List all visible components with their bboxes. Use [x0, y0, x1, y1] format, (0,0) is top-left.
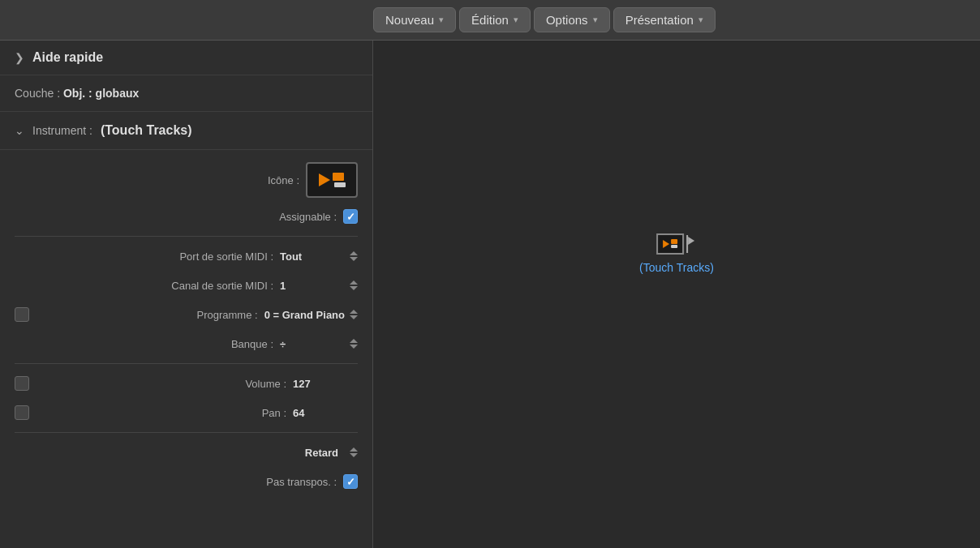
tt-icon-box [657, 233, 685, 255]
presentation-chevron: ▾ [698, 15, 703, 25]
nouveau-chevron: ▾ [439, 15, 444, 25]
retard-label: Retard [15, 447, 345, 459]
tt-play-icon [664, 240, 670, 248]
icone-label: Icône : [15, 174, 306, 186]
retard-spinner[interactable] [350, 447, 358, 457]
assignable-label: Assignable : [15, 211, 343, 223]
banque-up[interactable] [350, 339, 358, 343]
retard-row: Retard [0, 438, 372, 467]
port-midi-label: Port de sortie MIDI : [15, 250, 280, 263]
port-midi-down[interactable] [350, 257, 358, 261]
divider3 [15, 432, 358, 433]
programme-spinner[interactable] [350, 310, 358, 319]
pas-transpos-label: Pas transpos. : [15, 476, 343, 488]
options-chevron: ▾ [593, 15, 598, 25]
retard-up[interactable] [350, 447, 358, 452]
banque-label: Banque : [15, 338, 280, 350]
port-midi-row: Port de sortie MIDI : Tout [0, 242, 372, 271]
aide-rapide-title: Aide rapide [32, 50, 103, 65]
right-panel-canvas[interactable]: (Touch Tracks) [373, 41, 980, 548]
volume-checkbox[interactable] [15, 376, 29, 391]
icone-inner [311, 166, 353, 194]
touch-tracks-object[interactable]: (Touch Tracks) [639, 233, 714, 274]
pas-transpos-row: Pas transpos. : [0, 467, 372, 496]
retard-down[interactable] [350, 453, 358, 457]
divider2 [15, 363, 358, 364]
canal-midi-value: 1 [280, 280, 345, 292]
canal-midi-down[interactable] [350, 286, 358, 290]
menu-bar: Nouveau ▾ Édition ▾ Options ▾ Présentati… [0, 0, 980, 41]
instrument-name: (Touch Tracks) [101, 123, 192, 138]
edition-menu[interactable]: Édition ▾ [459, 7, 531, 32]
canal-midi-up[interactable] [350, 280, 358, 285]
volume-label: Volume : [36, 378, 293, 390]
volume-row: Volume : 127 [0, 369, 372, 398]
tt-rect2 [672, 245, 678, 248]
main-area: ❯ Aide rapide Couche : Obj. : globaux ⌄ … [0, 41, 980, 548]
volume-value: 127 [293, 378, 358, 390]
canal-midi-row: Canal de sortie MIDI : 1 [0, 271, 372, 300]
programme-value: 0 = Grand Piano [264, 309, 345, 321]
couche-row: Couche : Obj. : globaux [0, 75, 372, 112]
instrument-row: ⌄ Instrument : (Touch Tracks) [0, 112, 372, 150]
presentation-menu[interactable]: Présentation ▾ [613, 7, 716, 32]
aide-rapide-chevron[interactable]: ❯ [15, 51, 24, 64]
banque-spinner[interactable] [350, 339, 358, 349]
instrument-chevron[interactable]: ⌄ [15, 124, 24, 137]
options-menu[interactable]: Options ▾ [534, 7, 610, 32]
port-midi-value: Tout [280, 250, 345, 263]
tt-flag-triangle [689, 237, 695, 245]
port-midi-up[interactable] [350, 251, 358, 255]
tt-flag [687, 235, 697, 253]
presentation-label: Présentation [625, 13, 694, 27]
canal-midi-label: Canal de sortie MIDI : [15, 280, 280, 292]
pan-value: 64 [293, 407, 358, 419]
programme-row: Programme : 0 = Grand Piano [0, 300, 372, 329]
icon-rect1 [333, 173, 344, 181]
programme-checkbox[interactable] [15, 307, 29, 322]
banque-row: Banque : ÷ [0, 329, 372, 358]
left-panel: ❯ Aide rapide Couche : Obj. : globaux ⌄ … [0, 41, 373, 548]
programme-label: Programme : [36, 309, 264, 321]
divider1 [15, 236, 358, 237]
pan-label: Pan : [36, 407, 293, 419]
nouveau-menu[interactable]: Nouveau ▾ [373, 7, 456, 32]
instrument-label: Instrument : [32, 124, 92, 137]
tt-icon-row [657, 233, 697, 255]
tt-icon-inner [664, 239, 678, 248]
assignable-row: Assignable : [0, 202, 372, 231]
programme-down[interactable] [350, 315, 358, 319]
pas-transpos-checkbox[interactable] [343, 474, 358, 489]
pan-row: Pan : 64 [0, 398, 372, 427]
tt-rect1 [672, 239, 678, 244]
couche-label: Couche : [15, 87, 63, 100]
pan-checkbox[interactable] [15, 405, 29, 420]
assignable-checkbox[interactable] [343, 209, 358, 224]
programme-up[interactable] [350, 310, 358, 314]
canal-midi-spinner[interactable] [350, 280, 358, 290]
icon-rect2 [334, 182, 346, 187]
icone-display[interactable] [306, 162, 358, 198]
couche-value: Obj. : globaux [63, 87, 139, 100]
nouveau-label: Nouveau [385, 13, 434, 27]
banque-down[interactable] [350, 345, 358, 349]
aide-rapide-row: ❯ Aide rapide [0, 41, 372, 75]
tt-label: (Touch Tracks) [639, 261, 714, 274]
icone-row: Icône : [0, 158, 372, 202]
port-midi-spinner[interactable] [350, 251, 358, 261]
play-icon [319, 173, 330, 186]
edition-chevron: ▾ [514, 15, 518, 25]
options-label: Options [546, 13, 588, 27]
banque-value: ÷ [280, 338, 345, 350]
properties-section: Icône : Assignable : [0, 150, 372, 504]
edition-label: Édition [471, 13, 509, 27]
